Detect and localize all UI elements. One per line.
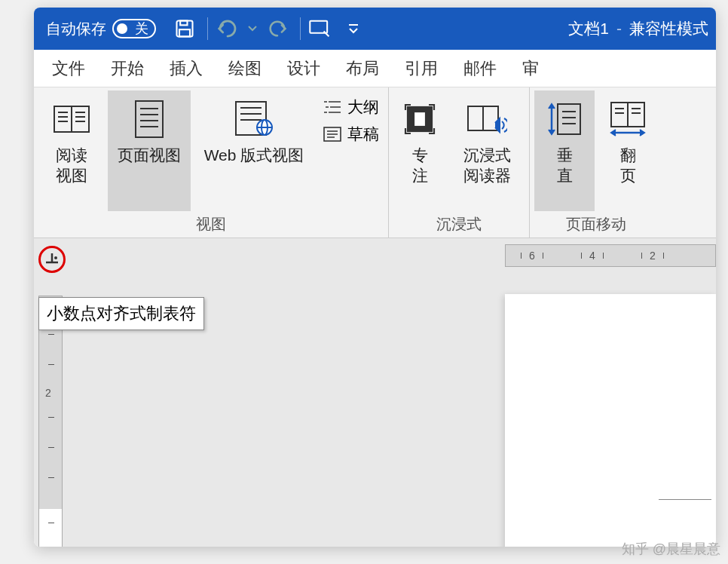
undo-dropdown[interactable]	[246, 14, 259, 44]
draft-icon	[322, 126, 343, 143]
svg-point-53	[54, 256, 57, 259]
book-icon	[50, 98, 93, 140]
group-immersive: 专 注 沉浸式 阅读器 沉浸式	[389, 87, 530, 238]
vertical-button[interactable]: 垂 直	[534, 90, 595, 211]
autosave-toggle[interactable]: 关	[112, 19, 156, 38]
touch-mode-button[interactable]	[305, 14, 335, 44]
read-view-button[interactable]: 阅读 视图	[38, 90, 105, 211]
ribbon: 阅读 视图 页面视图	[34, 87, 716, 238]
dash: -	[616, 20, 622, 38]
side-by-side-label: 翻 页	[620, 145, 636, 186]
tab-review[interactable]: 审	[510, 50, 551, 87]
side-by-side-icon	[607, 98, 649, 140]
redo-button[interactable]	[262, 14, 292, 44]
group-page-move: 垂 直 翻 页 页面移动	[530, 87, 662, 238]
outline-label: 大纲	[347, 97, 379, 118]
ruler-mark-2: 2	[650, 250, 656, 262]
ribbon-tabs: 文件 开始 插入 绘图 设计 布局 引用 邮件 审	[34, 50, 716, 87]
outline-icon	[322, 99, 343, 115]
tab-mailings[interactable]: 邮件	[451, 50, 509, 87]
titlebar: 自动保存 关	[34, 8, 716, 50]
immersive-reader-icon	[466, 98, 508, 140]
group-page-move-label: 页面移动	[534, 211, 658, 238]
vertical-label: 垂 直	[557, 145, 573, 186]
qat-customize-dropdown[interactable]	[338, 14, 369, 44]
web-view-label: Web 版式视图	[204, 145, 304, 165]
side-by-side-button[interactable]: 翻 页	[598, 90, 658, 211]
tab-home[interactable]: 开始	[99, 50, 156, 87]
ruler-mark-6: 6	[529, 250, 535, 262]
decimal-tab-icon	[44, 252, 60, 267]
svg-rect-2	[179, 29, 190, 36]
vertical-scroll-icon	[543, 98, 586, 140]
svg-rect-39	[558, 104, 580, 134]
document-title-area: 文档1 - 兼容性模式	[568, 18, 708, 39]
vertical-ruler[interactable]: 2	[38, 296, 63, 547]
focus-button[interactable]: 专 注	[393, 90, 446, 211]
tab-stop-selector[interactable]	[38, 246, 66, 273]
svg-rect-1	[180, 21, 187, 26]
page-icon	[128, 98, 170, 140]
save-button[interactable]	[170, 14, 200, 44]
toggle-knob-icon	[117, 23, 127, 34]
document-page[interactable]	[505, 294, 716, 547]
outline-button[interactable]: 大纲	[319, 95, 382, 119]
immersive-reader-label: 沉浸式 阅读器	[463, 145, 511, 186]
group-views: 阅读 视图 页面视图	[34, 87, 389, 238]
focus-label: 专 注	[412, 145, 428, 186]
web-page-icon	[233, 98, 275, 140]
web-view-button[interactable]: Web 版式视图	[194, 90, 314, 211]
watermark: 知乎 @晨星晨意	[622, 540, 720, 558]
undo-button[interactable]	[213, 14, 243, 44]
separator	[207, 17, 208, 40]
tab-layout[interactable]: 布局	[334, 50, 391, 87]
toggle-state: 关	[135, 20, 148, 38]
svg-rect-36	[414, 112, 426, 127]
svg-rect-4	[349, 24, 358, 26]
page-content-line	[659, 499, 711, 500]
svg-rect-13	[136, 101, 163, 137]
group-immersive-label: 沉浸式	[393, 211, 525, 238]
page-view-label: 页面视图	[118, 145, 181, 165]
immersive-reader-button[interactable]: 沉浸式 阅读器	[449, 90, 525, 211]
read-view-label: 阅读 视图	[56, 145, 87, 186]
group-views-label: 视图	[38, 211, 384, 238]
autosave-label: 自动保存	[46, 19, 106, 39]
workspace: 6 4 2 小数点对齐式制表符	[34, 238, 716, 547]
tab-file[interactable]: 文件	[40, 50, 97, 87]
vruler-mark-2: 2	[45, 387, 51, 399]
tab-insert[interactable]: 插入	[158, 50, 215, 87]
tab-design[interactable]: 设计	[275, 50, 332, 87]
separator	[300, 17, 301, 40]
app-window: 自动保存 关	[34, 8, 716, 547]
tab-references[interactable]: 引用	[393, 50, 450, 87]
page-view-button[interactable]: 页面视图	[108, 90, 191, 211]
draft-button[interactable]: 草稿	[319, 122, 382, 146]
tab-draw[interactable]: 绘图	[216, 50, 274, 87]
document-name: 文档1	[568, 18, 609, 39]
focus-icon	[399, 98, 441, 140]
horizontal-ruler[interactable]: 6 4 2	[505, 244, 716, 267]
draft-label: 草稿	[347, 124, 379, 145]
compat-mode-label: 兼容性模式	[629, 18, 708, 39]
ruler-mark-4: 4	[589, 250, 595, 262]
tab-selector-tooltip: 小数点对齐式制表符	[38, 297, 204, 330]
